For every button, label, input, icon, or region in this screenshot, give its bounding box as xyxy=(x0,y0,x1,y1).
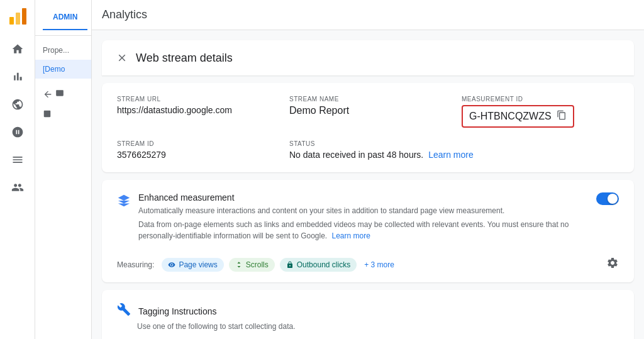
admin-item-2[interactable] xyxy=(35,104,91,123)
enhanced-text: Enhanced measurement Automatically measu… xyxy=(138,192,589,242)
outbound-clicks-label: Outbound clicks xyxy=(297,260,350,269)
page-views-badge[interactable]: Page views xyxy=(162,258,223,272)
enhanced-desc1: Automatically measure interactions and c… xyxy=(138,205,589,216)
svg-rect-1 xyxy=(16,13,20,25)
measurement-id-label: MEASUREMENT ID xyxy=(462,96,619,103)
tagging-text: Tagging Instructions xyxy=(138,306,217,316)
measuring-row: Measuring: Page views Scrolls Outbound c… xyxy=(117,252,619,272)
toggle-track[interactable] xyxy=(596,192,619,205)
stream-url-label: STREAM URL xyxy=(117,96,274,103)
admin-tab[interactable]: ADMIN xyxy=(43,5,87,30)
people-icon[interactable] xyxy=(5,175,30,200)
measurement-id-box: G-HTBNCQZWZS xyxy=(462,105,574,128)
admin-item-demo[interactable]: [Demo xyxy=(35,60,91,79)
tagging-subtitle: Use one of the following to start collec… xyxy=(137,322,619,331)
svg-rect-0 xyxy=(9,17,14,25)
stream-name-value: Demo Report xyxy=(289,105,447,116)
home-icon[interactable] xyxy=(5,36,30,62)
outbound-clicks-badge[interactable]: Outbound clicks xyxy=(280,258,357,272)
content-area: Analytics Web stream details STREAM URL … xyxy=(92,0,644,339)
app-logo xyxy=(6,5,29,28)
tagging-card: Tagging Instructions Use one of the foll… xyxy=(102,290,634,339)
stream-id-label: STREAM ID xyxy=(117,140,274,147)
measurement-id-value: G-HTBNCQZWZS xyxy=(469,111,552,122)
bar-chart-icon[interactable] xyxy=(5,64,30,89)
enhanced-desc2: Data from on-page elements such as links… xyxy=(138,219,589,242)
admin-item-property[interactable]: Prope... xyxy=(35,41,91,60)
list-icon[interactable] xyxy=(5,147,30,172)
stream-url-field: STREAM URL https://datastudio.google.com xyxy=(117,96,274,128)
tagging-header: Tagging Instructions xyxy=(117,303,619,320)
sidebar xyxy=(0,0,35,339)
enhanced-title: Enhanced measurement xyxy=(138,192,589,203)
status-learn-more[interactable]: Learn more xyxy=(428,150,474,160)
stream-url-value: https://datastudio.google.com xyxy=(117,105,274,115)
scrolls-badge[interactable]: Scrolls xyxy=(229,258,275,272)
stream-info-grid: STREAM URL https://datastudio.google.com… xyxy=(117,96,619,160)
detail-title: Web stream details xyxy=(136,52,233,65)
toggle-thumb xyxy=(608,194,618,204)
status-field: STATUS No data received in past 48 hours… xyxy=(289,140,619,160)
copy-button[interactable] xyxy=(557,110,567,123)
enhanced-icon xyxy=(117,194,131,211)
admin-panel: ADMIN Prope... [Demo xyxy=(35,0,92,339)
header-row: Analytics xyxy=(92,0,644,30)
stream-info-card: STREAM URL https://datastudio.google.com… xyxy=(102,83,634,172)
stream-name-label: STREAM NAME xyxy=(289,96,447,103)
measuring-settings-icon[interactable] xyxy=(606,257,619,272)
tagging-icon xyxy=(117,303,131,320)
measurement-id-field: MEASUREMENT ID G-HTBNCQZWZS xyxy=(462,96,619,128)
close-button[interactable] xyxy=(114,50,130,65)
enhanced-learn-more[interactable]: Learn more xyxy=(332,231,370,240)
stream-id-value: 3576625279 xyxy=(117,150,274,160)
globe-icon[interactable] xyxy=(5,92,30,117)
status-value: No data received in past 48 hours. Learn… xyxy=(289,150,619,160)
back-button[interactable] xyxy=(35,84,91,104)
stream-id-field: STREAM ID 3576625279 xyxy=(117,140,274,160)
satellite-icon[interactable] xyxy=(5,119,30,145)
scrolls-label: Scrolls xyxy=(246,260,269,269)
enhanced-measurement-card: Enhanced measurement Automatically measu… xyxy=(102,180,634,282)
enhanced-toggle[interactable] xyxy=(596,192,619,205)
measuring-label: Measuring: xyxy=(117,260,154,269)
tagging-title: Tagging Instructions xyxy=(138,306,217,316)
status-label: STATUS xyxy=(289,140,619,147)
page-views-label: Page views xyxy=(179,260,217,269)
more-link[interactable]: + 3 more xyxy=(364,260,394,269)
app-name: Analytics xyxy=(102,8,147,21)
svg-rect-2 xyxy=(22,8,26,25)
main-panel: Web stream details STREAM URL https://da… xyxy=(92,30,644,339)
admin-items: Prope... [Demo xyxy=(35,36,91,84)
stream-name-field: STREAM NAME Demo Report xyxy=(289,96,447,128)
enhanced-header: Enhanced measurement Automatically measu… xyxy=(117,192,619,242)
